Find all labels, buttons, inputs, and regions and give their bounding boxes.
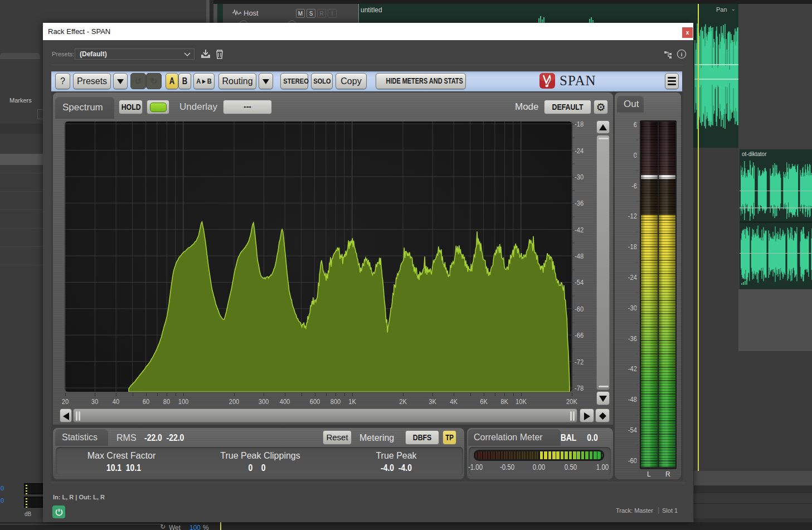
svg-text:i: i: [680, 51, 682, 57]
